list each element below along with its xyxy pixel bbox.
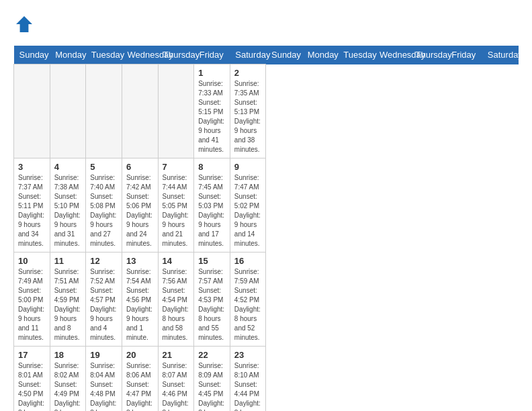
calendar-day-2: 2Sunrise: 7:35 AM Sunset: 5:13 PM Daylig…	[230, 64, 266, 158]
day-info: Sunrise: 7:54 AM Sunset: 4:56 PM Dayligh…	[126, 267, 154, 342]
day-header-thursday: Thursday	[410, 46, 447, 64]
day-number: 6	[126, 162, 154, 172]
day-header-sunday: Sunday	[266, 46, 302, 64]
day-info: Sunrise: 7:47 AM Sunset: 5:02 PM Dayligh…	[234, 173, 262, 248]
day-number: 4	[54, 162, 82, 172]
day-info: Sunrise: 7:33 AM Sunset: 5:15 PM Dayligh…	[198, 79, 226, 154]
day-header-saturday: Saturday	[482, 46, 519, 64]
day-number: 1	[198, 68, 226, 78]
calendar-day-6: 6Sunrise: 7:42 AM Sunset: 5:06 PM Daylig…	[122, 158, 158, 253]
day-number: 21	[163, 350, 190, 360]
calendar-header-row: SundayMondayTuesdayWednesdayThursdayFrid…	[14, 46, 519, 64]
day-info: Sunrise: 8:07 AM Sunset: 4:46 PM Dayligh…	[163, 361, 190, 411]
day-number: 19	[90, 350, 118, 360]
day-info: Sunrise: 7:52 AM Sunset: 4:57 PM Dayligh…	[90, 267, 118, 342]
day-number: 17	[18, 350, 46, 360]
calendar-day-23: 23Sunrise: 8:10 AM Sunset: 4:44 PM Dayli…	[230, 347, 266, 412]
day-number: 10	[18, 256, 46, 266]
day-info: Sunrise: 7:56 AM Sunset: 4:54 PM Dayligh…	[163, 267, 190, 342]
calendar-day-16: 16Sunrise: 7:59 AM Sunset: 4:52 PM Dayli…	[230, 253, 266, 347]
day-number: 2	[234, 68, 262, 78]
day-info: Sunrise: 7:57 AM Sunset: 4:53 PM Dayligh…	[198, 267, 226, 342]
calendar-day-17: 17Sunrise: 8:01 AM Sunset: 4:50 PM Dayli…	[14, 347, 50, 412]
day-number: 3	[18, 162, 46, 172]
svg-marker-0	[16, 16, 32, 32]
day-number: 20	[126, 350, 154, 360]
calendar-day-9: 9Sunrise: 7:47 AM Sunset: 5:02 PM Daylig…	[230, 158, 266, 253]
day-number: 23	[234, 350, 262, 360]
calendar-week-4: 17Sunrise: 8:01 AM Sunset: 4:50 PM Dayli…	[14, 347, 519, 412]
calendar-day-3: 3Sunrise: 7:37 AM Sunset: 5:11 PM Daylig…	[14, 158, 50, 253]
day-header-wednesday: Wednesday	[374, 46, 410, 64]
calendar-day-12: 12Sunrise: 7:52 AM Sunset: 4:57 PM Dayli…	[86, 253, 122, 347]
logo-icon	[13, 13, 35, 35]
calendar-day-11: 11Sunrise: 7:51 AM Sunset: 4:59 PM Dayli…	[50, 253, 86, 347]
calendar-day-5: 5Sunrise: 7:40 AM Sunset: 5:08 PM Daylig…	[86, 158, 122, 253]
day-number: 9	[234, 162, 262, 172]
day-header-sunday: Sunday	[14, 46, 50, 64]
day-number: 7	[163, 162, 190, 172]
calendar-week-1: 1Sunrise: 7:33 AM Sunset: 5:15 PM Daylig…	[14, 64, 519, 158]
day-number: 13	[126, 256, 154, 266]
day-info: Sunrise: 7:44 AM Sunset: 5:05 PM Dayligh…	[163, 173, 190, 248]
day-number: 5	[90, 162, 118, 172]
day-info: Sunrise: 8:10 AM Sunset: 4:44 PM Dayligh…	[234, 361, 262, 411]
day-info: Sunrise: 8:09 AM Sunset: 4:45 PM Dayligh…	[198, 361, 226, 411]
day-number: 16	[234, 256, 262, 266]
page-header	[13, 13, 519, 35]
day-info: Sunrise: 7:38 AM Sunset: 5:10 PM Dayligh…	[54, 173, 82, 248]
calendar-empty-cell	[86, 64, 122, 158]
day-info: Sunrise: 7:35 AM Sunset: 5:13 PM Dayligh…	[234, 79, 262, 154]
day-info: Sunrise: 8:04 AM Sunset: 4:48 PM Dayligh…	[90, 361, 118, 411]
calendar-week-3: 10Sunrise: 7:49 AM Sunset: 5:00 PM Dayli…	[14, 253, 519, 347]
day-number: 12	[90, 256, 118, 266]
logo[interactable]	[13, 13, 38, 35]
day-header-friday: Friday	[194, 46, 230, 64]
day-info: Sunrise: 8:06 AM Sunset: 4:47 PM Dayligh…	[126, 361, 154, 411]
calendar-table: SundayMondayTuesdayWednesdayThursdayFrid…	[13, 46, 519, 411]
day-info: Sunrise: 7:49 AM Sunset: 5:00 PM Dayligh…	[18, 267, 46, 342]
day-number: 14	[163, 256, 190, 266]
calendar-day-4: 4Sunrise: 7:38 AM Sunset: 5:10 PM Daylig…	[50, 158, 86, 253]
calendar-week-2: 3Sunrise: 7:37 AM Sunset: 5:11 PM Daylig…	[14, 158, 519, 253]
calendar-day-19: 19Sunrise: 8:04 AM Sunset: 4:48 PM Dayli…	[86, 347, 122, 412]
calendar-day-18: 18Sunrise: 8:02 AM Sunset: 4:49 PM Dayli…	[50, 347, 86, 412]
calendar-day-7: 7Sunrise: 7:44 AM Sunset: 5:05 PM Daylig…	[158, 158, 194, 253]
calendar-empty-cell	[50, 64, 86, 158]
calendar-day-13: 13Sunrise: 7:54 AM Sunset: 4:56 PM Dayli…	[122, 253, 158, 347]
day-header-wednesday: Wednesday	[122, 46, 158, 64]
day-header-tuesday: Tuesday	[338, 46, 374, 64]
calendar-day-22: 22Sunrise: 8:09 AM Sunset: 4:45 PM Dayli…	[194, 347, 230, 412]
calendar-day-1: 1Sunrise: 7:33 AM Sunset: 5:15 PM Daylig…	[194, 64, 230, 158]
day-number: 15	[198, 256, 226, 266]
calendar-day-10: 10Sunrise: 7:49 AM Sunset: 5:00 PM Dayli…	[14, 253, 50, 347]
day-header-friday: Friday	[446, 46, 482, 64]
day-header-saturday: Saturday	[230, 46, 266, 64]
calendar-day-21: 21Sunrise: 8:07 AM Sunset: 4:46 PM Dayli…	[158, 347, 194, 412]
day-number: 18	[54, 350, 82, 360]
day-info: Sunrise: 8:01 AM Sunset: 4:50 PM Dayligh…	[18, 361, 46, 411]
day-number: 8	[198, 162, 226, 172]
day-header-monday: Monday	[302, 46, 339, 64]
day-number: 22	[198, 350, 226, 360]
day-info: Sunrise: 7:51 AM Sunset: 4:59 PM Dayligh…	[54, 267, 82, 342]
day-info: Sunrise: 7:37 AM Sunset: 5:11 PM Dayligh…	[18, 173, 46, 248]
calendar-day-15: 15Sunrise: 7:57 AM Sunset: 4:53 PM Dayli…	[194, 253, 230, 347]
day-number: 11	[54, 256, 82, 266]
day-header-thursday: Thursday	[158, 46, 194, 64]
calendar-day-20: 20Sunrise: 8:06 AM Sunset: 4:47 PM Dayli…	[122, 347, 158, 412]
day-info: Sunrise: 7:45 AM Sunset: 5:03 PM Dayligh…	[198, 173, 226, 248]
calendar-empty-cell	[122, 64, 158, 158]
calendar-empty-cell	[158, 64, 194, 158]
calendar-day-14: 14Sunrise: 7:56 AM Sunset: 4:54 PM Dayli…	[158, 253, 194, 347]
day-info: Sunrise: 8:02 AM Sunset: 4:49 PM Dayligh…	[54, 361, 82, 411]
day-info: Sunrise: 7:42 AM Sunset: 5:06 PM Dayligh…	[126, 173, 154, 248]
calendar-day-8: 8Sunrise: 7:45 AM Sunset: 5:03 PM Daylig…	[194, 158, 230, 253]
calendar-empty-cell	[14, 64, 50, 158]
day-header-monday: Monday	[50, 46, 86, 64]
day-info: Sunrise: 7:59 AM Sunset: 4:52 PM Dayligh…	[234, 267, 262, 342]
day-info: Sunrise: 7:40 AM Sunset: 5:08 PM Dayligh…	[90, 173, 118, 248]
day-header-tuesday: Tuesday	[86, 46, 122, 64]
